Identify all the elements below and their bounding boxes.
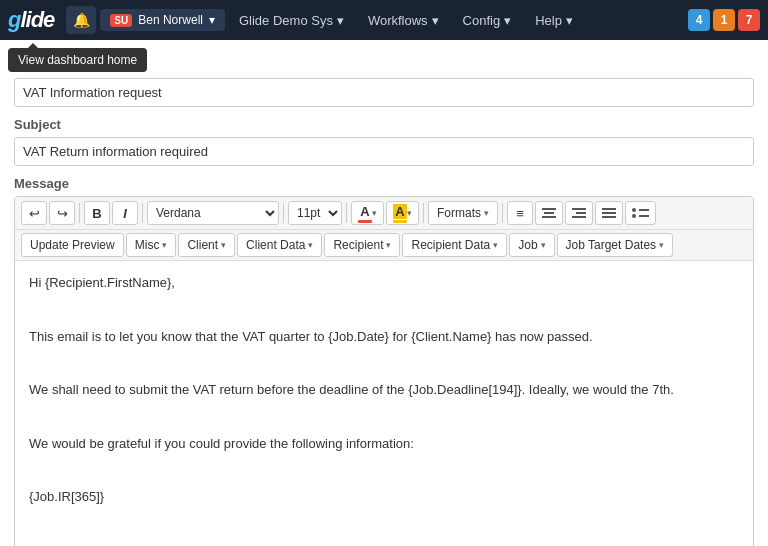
recipient-data-label: Recipient Data [411,238,490,252]
bg-color-caret-icon: ▾ [407,208,412,218]
tooltip-text: View dashboard home [18,53,137,67]
user-badge: SU [110,14,132,27]
editor-body[interactable]: Hi {Recipient.FirstName}, This email is … [15,261,753,546]
nav-config-label: Config [463,13,501,28]
subject-input[interactable] [14,137,754,166]
align-left-icon: ≡ [516,206,524,221]
update-preview-button[interactable]: Update Preview [21,233,124,257]
recipient-data-caret-icon: ▾ [493,240,498,250]
font-family-select[interactable]: Verdana Arial Times New Roman [147,201,279,225]
editor-line-blank8 [29,461,739,482]
job-button[interactable]: Job ▾ [509,233,554,257]
client-caret-icon: ▾ [221,240,226,250]
bold-icon: B [92,206,101,221]
align-center-icon [542,208,556,218]
recipient-data-button[interactable]: Recipient Data ▾ [402,233,507,257]
editor-line7: We would be grateful if you could provid… [29,434,739,455]
editor-line-blank2 [29,300,739,321]
align-right-button[interactable] [565,201,593,225]
nav-workflows-caret-icon: ▾ [432,13,439,28]
client-data-label: Client Data [246,238,305,252]
nav-glide-demo-caret-icon: ▾ [337,13,344,28]
formats-button[interactable]: Formats ▾ [428,201,498,225]
count-badge-red[interactable]: 7 [738,9,760,31]
job-target-dates-label: Job Target Dates [566,238,657,252]
subject-section: Subject [14,117,754,166]
nav-workflows[interactable]: Workflows ▾ [358,9,449,32]
recipient-caret-icon: ▾ [386,240,391,250]
client-label: Client [187,238,218,252]
client-data-button[interactable]: Client Data ▾ [237,233,322,257]
recipient-label: Recipient [333,238,383,252]
nav-help-label: Help [535,13,562,28]
job-caret-icon: ▾ [541,240,546,250]
divider-4 [346,203,347,223]
misc-button[interactable]: Misc ▾ [126,233,177,257]
internal-name-input[interactable] [14,78,754,107]
italic-button[interactable]: I [112,201,138,225]
user-menu-button[interactable]: SU Ben Norwell ▾ [100,9,225,31]
logo-text: glide [8,7,54,32]
logo[interactable]: glide [8,7,54,33]
editor-line-blank10 [29,514,739,535]
nav-config[interactable]: Config ▾ [453,9,522,32]
divider-6 [502,203,503,223]
bg-color-label: A [393,204,406,219]
font-size-select[interactable]: 11pt 10pt 12pt 14pt [288,201,342,225]
job-target-dates-button[interactable]: Job Target Dates ▾ [557,233,674,257]
align-left-button[interactable]: ≡ [507,201,533,225]
user-name: Ben Norwell [138,13,203,27]
editor-line11: Should you have any queries, please do n… [29,541,739,546]
undo-button[interactable]: ↩ [21,201,47,225]
undo-icon: ↩ [29,206,40,221]
job-target-dates-caret-icon: ▾ [659,240,664,250]
align-right-icon [572,208,586,218]
bg-color-swatch [393,220,407,223]
divider-5 [423,203,424,223]
bg-color-button[interactable]: A ▾ [386,201,419,225]
tooltip: View dashboard home [8,48,147,72]
italic-icon: I [123,206,127,221]
misc-label: Misc [135,238,160,252]
main-content: Internal name Subject Message ↩ ↪ B [0,40,768,546]
divider-3 [283,203,284,223]
nav-help[interactable]: Help ▾ [525,9,583,32]
nav-config-caret-icon: ▾ [504,13,511,28]
nav-glide-demo-sys[interactable]: Glide Demo Sys ▾ [229,9,354,32]
editor-line3: This email is to let you know that the V… [29,327,739,348]
divider-1 [79,203,80,223]
bg-color-indicator: A [393,204,407,223]
align-justify-icon [602,208,616,218]
misc-caret-icon: ▾ [162,240,167,250]
align-center-button[interactable] [535,201,563,225]
recipient-button[interactable]: Recipient ▾ [324,233,400,257]
font-color-label: A [360,204,369,219]
list-button[interactable] [625,201,656,225]
editor-line9: {Job.IR[365]} [29,487,739,508]
editor-wrapper: ↩ ↪ B I Verdana Arial Times New Roman [14,196,754,546]
nav-workflows-label: Workflows [368,13,428,28]
toolbar-row2: Update Preview Misc ▾ Client ▾ Client Da… [15,230,753,261]
redo-button[interactable]: ↪ [49,201,75,225]
align-justify-button[interactable] [595,201,623,225]
message-label: Message [14,176,754,191]
count-badge-blue[interactable]: 4 [688,9,710,31]
user-caret-icon: ▾ [209,13,215,27]
message-section: Message ↩ ↪ B I Verdana [14,176,754,546]
font-color-indicator: A [358,204,372,223]
count-badge-orange[interactable]: 1 [713,9,735,31]
toolbar-row1: ↩ ↪ B I Verdana Arial Times New Roman [15,197,753,230]
job-label: Job [518,238,537,252]
bell-button[interactable]: 🔔 [66,6,96,34]
editor-line5: We shall need to submit the VAT return b… [29,380,739,401]
font-color-swatch [358,220,372,223]
client-button[interactable]: Client ▾ [178,233,235,257]
count-badges: 4 1 7 [688,9,760,31]
list-icon [632,208,649,218]
editor-line-blank6 [29,407,739,428]
font-color-button[interactable]: A ▾ [351,201,384,225]
update-preview-label: Update Preview [30,238,115,252]
bold-button[interactable]: B [84,201,110,225]
formats-label: Formats [437,206,481,220]
nav-help-caret-icon: ▾ [566,13,573,28]
